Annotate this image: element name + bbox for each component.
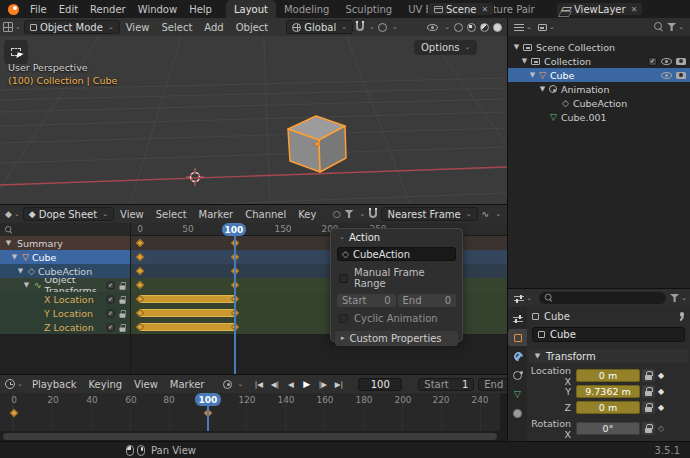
viewport-editor-type-button[interactable]: ⌄ <box>0 19 24 35</box>
overlays-toggle-icon[interactable] <box>427 24 438 31</box>
action-name-field[interactable]: ◇ CubeAction <box>337 247 456 261</box>
outliner-row-cubeaction[interactable]: ◇ CubeAction <box>508 96 690 110</box>
location-x-input[interactable]: 0 m <box>576 369 640 382</box>
channel-cubeaction[interactable]: ▼ ◇ CubeAction <box>0 264 130 278</box>
view-layer-selector[interactable]: ViewLayer ✕ <box>556 2 643 16</box>
disclosure-triangle-icon[interactable]: ▼ <box>520 58 529 65</box>
channel-cube[interactable]: ▼ ▽ Cube <box>0 250 130 264</box>
active-tool-button[interactable] <box>4 40 28 64</box>
snap-icon[interactable] <box>369 210 377 218</box>
playhead-frame-chip[interactable]: 100 <box>222 223 246 236</box>
cyclic-animation-checkbox[interactable]: Cyclic Animation <box>339 313 454 324</box>
disclosure-triangle-icon[interactable]: ▼ <box>22 282 31 289</box>
current-frame-field[interactable]: 100 <box>358 378 402 391</box>
search-icon[interactable] <box>654 22 664 32</box>
disclosure-triangle-icon[interactable]: ▼ <box>16 268 25 275</box>
disclosure-triangle-icon[interactable]: ▼ <box>538 86 547 93</box>
menu-add[interactable]: Add <box>198 22 229 33</box>
lock-button[interactable] <box>642 385 655 398</box>
menu-view[interactable]: View <box>120 22 156 33</box>
menu-view[interactable]: View <box>128 379 164 390</box>
funnel-icon[interactable] <box>670 294 679 302</box>
timeline-ruler[interactable]: 0 20 40 60 80 100 120 140 160 180 200 22… <box>0 393 507 431</box>
menu-file[interactable]: File <box>24 4 53 15</box>
pin-icon[interactable] <box>677 312 686 321</box>
disable-render-camera-icon[interactable] <box>676 58 686 65</box>
hide-eye-icon[interactable] <box>661 58 672 65</box>
selected-key-range[interactable] <box>140 295 235 303</box>
channel-enable-checkbox[interactable]: ✓ <box>107 281 115 289</box>
shading-solid-icon[interactable] <box>467 23 476 32</box>
search-icon[interactable] <box>5 226 13 234</box>
proportional-falloff-icon[interactable]: ∿ <box>482 210 490 219</box>
disclosure-triangle-icon[interactable]: ▼ <box>528 72 537 79</box>
exclude-checkbox[interactable]: ✓ <box>648 57 657 66</box>
menu-keying[interactable]: Keying <box>83 379 129 390</box>
menu-help[interactable]: Help <box>183 4 218 15</box>
outliner-row-collection[interactable]: ▼ Collection ✓ <box>508 54 690 68</box>
workspace-tab-modeling[interactable]: Modeling <box>276 0 338 18</box>
keyframe-decorator-icon[interactable]: ◆ <box>658 387 664 396</box>
mode-selector[interactable]: Object Mode ⌄ <box>24 20 120 34</box>
channel-enable-checkbox[interactable]: ✓ <box>107 323 115 331</box>
lock-icon[interactable] <box>120 313 126 317</box>
menu-window[interactable]: Window <box>132 4 183 15</box>
outliner-row-scene-collection[interactable]: ▼ Scene Collection <box>508 40 690 54</box>
scene-unlink-button[interactable]: ✕ <box>482 5 489 14</box>
channel-y-location[interactable]: Y Location ✓ <box>0 306 130 320</box>
jump-to-end-button[interactable]: ▶| <box>331 380 346 389</box>
workspace-tab-layout[interactable]: Layout <box>226 0 276 18</box>
playhead-frame-chip[interactable]: 100 <box>195 393 221 406</box>
menu-edit[interactable]: Edit <box>53 4 84 15</box>
outliner-row-cube[interactable]: ▼ ▽ Cube <box>508 68 690 82</box>
menu-marker[interactable]: Marker <box>164 379 211 390</box>
menu-key[interactable]: Key <box>292 209 322 220</box>
menu-playback[interactable]: Playback <box>26 379 83 390</box>
menu-select[interactable]: Select <box>155 22 198 33</box>
view-layer-remove-button[interactable]: ✕ <box>631 5 638 14</box>
dopesheet-mode-selector[interactable]: ◆ Dope Sheet ⌄ <box>23 207 114 221</box>
shading-wireframe-icon[interactable] <box>454 23 463 32</box>
play-reverse-button[interactable]: ◀ <box>283 380 298 389</box>
channel-x-location[interactable]: X Location ✓ <box>0 292 130 306</box>
transform-orientation-selector[interactable]: Global ⌄ <box>286 20 353 34</box>
channel-summary[interactable]: ▼ Summary <box>0 236 130 250</box>
tab-material[interactable] <box>508 405 527 422</box>
lock-button[interactable] <box>642 422 655 435</box>
tab-object[interactable] <box>508 329 527 346</box>
keyframe-decorator-icon[interactable]: ◆ <box>658 371 664 380</box>
outliner-row-animation[interactable]: ▼ Animation <box>508 82 690 96</box>
keyframe-decorator-icon[interactable]: ◇ <box>658 424 664 433</box>
tab-modifiers[interactable] <box>508 348 527 365</box>
channel-enable-checkbox[interactable]: ✓ <box>107 309 115 317</box>
outliner-display-mode-button[interactable]: ⌄ <box>535 19 558 35</box>
menu-object[interactable]: Object <box>230 22 275 33</box>
menu-render[interactable]: Render <box>84 4 132 15</box>
location-y-input[interactable]: 9.7362 m <box>576 385 640 398</box>
play-button[interactable]: ▶ <box>299 379 314 389</box>
disclosure-triangle-icon[interactable]: ▼ <box>10 254 19 261</box>
jump-to-start-button[interactable]: |◀ <box>251 380 266 389</box>
ghost-icon[interactable]: ○ <box>333 210 341 219</box>
disclosure-triangle-icon[interactable]: ▼ <box>512 44 521 51</box>
breadcrumb-object[interactable]: Cube <box>544 311 570 322</box>
playhead-line[interactable] <box>234 223 236 374</box>
action-panel-header[interactable]: ⌄ Action <box>331 229 462 245</box>
lock-button[interactable] <box>642 401 655 414</box>
timeline-scrollbar[interactable] <box>3 433 497 440</box>
keyframe-diamond[interactable] <box>10 409 18 417</box>
proportional-editing-toggle[interactable] <box>375 19 390 35</box>
menu-marker[interactable]: Marker <box>193 209 240 220</box>
selected-key-range[interactable] <box>140 309 235 317</box>
channel-z-location[interactable]: Z Location ✓ <box>0 320 130 334</box>
disclosure-triangle-icon[interactable]: ▼ <box>4 240 13 247</box>
lock-icon[interactable] <box>120 299 126 303</box>
properties-search-input[interactable] <box>539 292 666 304</box>
disable-render-camera-icon[interactable] <box>676 72 686 79</box>
menu-channel[interactable]: Channel <box>239 209 292 220</box>
shading-material-icon[interactable] <box>480 23 489 32</box>
manual-frame-range-checkbox[interactable]: Manual Frame Range <box>339 267 454 289</box>
previous-keyframe-button[interactable]: ◀| <box>267 380 282 389</box>
shading-rendered-icon[interactable] <box>493 23 502 32</box>
properties-editor-type-button[interactable]: ⌄ <box>511 290 535 306</box>
